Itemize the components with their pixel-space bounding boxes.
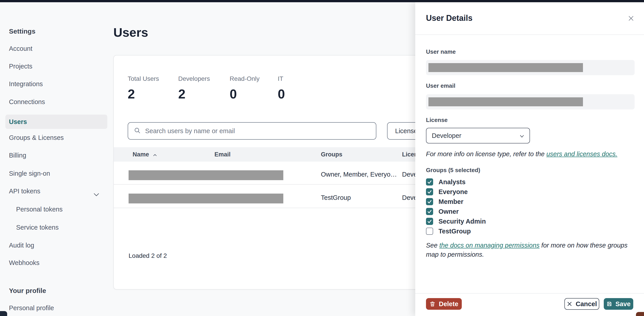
group-label: Security Admin — [438, 218, 486, 225]
stat-label: Total Users — [128, 75, 159, 82]
group-row-owner: Owner — [426, 207, 459, 216]
chevron-down-icon — [520, 132, 524, 139]
checkbox-testgroup[interactable] — [426, 228, 433, 235]
group-label: Member — [438, 198, 463, 205]
column-header-name[interactable]: Name — [132, 147, 157, 162]
sidebar-item-integrations[interactable]: Integrations — [5, 79, 107, 89]
managing-permissions-docs-link[interactable]: the docs on managing permissions — [440, 242, 540, 249]
settings-heading: Settings — [5, 27, 107, 36]
group-label: TestGroup — [438, 228, 471, 235]
license-note: For more info on license type, refer to … — [426, 150, 636, 159]
group-row-everyone: Everyone — [426, 187, 468, 197]
drawer-header-divider — [415, 35, 644, 35]
checkbox-owner[interactable] — [426, 208, 433, 215]
search-input[interactable] — [145, 127, 347, 135]
user-details-drawer: User Details User name User email Licens… — [415, 2, 644, 316]
checkbox-security-admin[interactable] — [426, 218, 433, 225]
group-row-testgroup: TestGroup — [426, 226, 471, 236]
column-header-email[interactable]: Email — [214, 147, 230, 162]
search-icon — [134, 127, 141, 135]
redacted-user-email — [428, 97, 583, 106]
app-screen: Settings Account Projects Integrations C… — [0, 0, 644, 316]
group-row-member: Member — [426, 197, 463, 207]
sidebar-item-audit-log[interactable]: Audit log — [5, 240, 107, 250]
sidebar-item-projects[interactable]: Projects — [5, 61, 107, 71]
sidebar-item-connections[interactable]: Connections — [5, 97, 107, 107]
group-label: Owner — [438, 208, 459, 215]
trash-icon — [429, 301, 436, 307]
sidebar-item-personal-tokens[interactable]: Personal tokens — [5, 204, 114, 214]
redacted-name-email — [128, 194, 283, 203]
stat-developers: Developers 2 — [178, 75, 210, 101]
license-label: License — [426, 117, 448, 124]
chevron-down-icon — [94, 190, 99, 199]
save-button[interactable]: Save — [604, 298, 633, 310]
drawer-title: User Details — [426, 14, 472, 23]
stat-label: IT — [278, 75, 285, 82]
license-select-value: Developer — [432, 132, 461, 139]
bottom-right-widget-peek — [636, 312, 644, 316]
stat-read-only: Read-Only 0 — [230, 75, 260, 101]
user-name-field[interactable] — [426, 60, 634, 75]
cell-groups: TestGroup — [321, 194, 351, 201]
redacted-name-email — [128, 170, 283, 180]
stat-it: IT 0 — [278, 75, 285, 101]
sidebar-item-groups-licenses[interactable]: Groups & Licenses — [5, 133, 107, 143]
stat-value: 2 — [128, 86, 159, 101]
delete-button[interactable]: Delete — [426, 298, 462, 310]
sidebar-item-service-tokens[interactable]: Service tokens — [5, 222, 114, 232]
settings-sidebar: Settings Account Projects Integrations C… — [0, 2, 110, 316]
groups-heading: Groups (5 selected) — [426, 167, 480, 174]
redacted-user-name — [428, 63, 583, 72]
stat-total-users: Total Users 2 — [128, 75, 159, 101]
group-label: Everyone — [438, 188, 468, 196]
sidebar-item-webhooks[interactable]: Webhooks — [5, 258, 107, 268]
bottom-left-widget-peek — [0, 311, 7, 316]
sidebar-item-label: API tokens — [9, 188, 40, 195]
checkbox-member[interactable] — [426, 198, 433, 205]
column-header-groups[interactable]: Groups — [321, 147, 342, 162]
sidebar-item-account[interactable]: Account — [5, 44, 107, 54]
drawer-footer-divider — [415, 293, 644, 294]
users-licenses-docs-link[interactable]: users and licenses docs. — [546, 150, 618, 158]
sidebar-item-users[interactable]: Users — [5, 115, 107, 129]
checkbox-everyone[interactable] — [426, 188, 433, 195]
group-label: Analysts — [438, 178, 466, 186]
user-email-label: User email — [426, 82, 456, 89]
stat-label: Read-Only — [230, 75, 260, 82]
user-email-field[interactable] — [426, 94, 634, 109]
sidebar-item-label: Users — [9, 118, 27, 125]
page-title: Users — [113, 25, 148, 40]
cell-groups: Owner, Member, Everyo… — [321, 171, 397, 178]
stat-value: 2 — [178, 86, 210, 101]
license-select[interactable]: Developer — [426, 128, 530, 143]
app-top-bar — [0, 0, 644, 2]
stat-value: 0 — [278, 86, 285, 101]
sidebar-item-personal-profile[interactable]: Personal profile — [5, 303, 107, 313]
permissions-note: See the docs on managing permissions for… — [426, 241, 636, 259]
loaded-count-text: Loaded 2 of 2 — [128, 252, 167, 259]
save-icon — [606, 301, 612, 307]
sidebar-item-billing[interactable]: Billing — [5, 150, 107, 160]
x-icon — [567, 301, 572, 307]
stat-value: 0 — [230, 86, 260, 101]
sidebar-item-api-tokens[interactable]: API tokens — [5, 186, 107, 196]
sidebar-item-single-sign-on[interactable]: Single sign-on — [5, 169, 107, 178]
sort-ascending-icon — [153, 154, 157, 156]
group-row-security-admin: Security Admin — [426, 216, 486, 226]
stat-label: Developers — [178, 75, 210, 82]
close-icon[interactable] — [626, 13, 636, 24]
group-row-analysts: Analysts — [426, 177, 466, 187]
user-name-label: User name — [426, 48, 456, 55]
your-profile-heading: Your profile — [5, 286, 107, 296]
checkbox-analysts[interactable] — [426, 178, 433, 186]
cancel-button[interactable]: Cancel — [564, 298, 599, 310]
user-search-box — [128, 122, 376, 140]
